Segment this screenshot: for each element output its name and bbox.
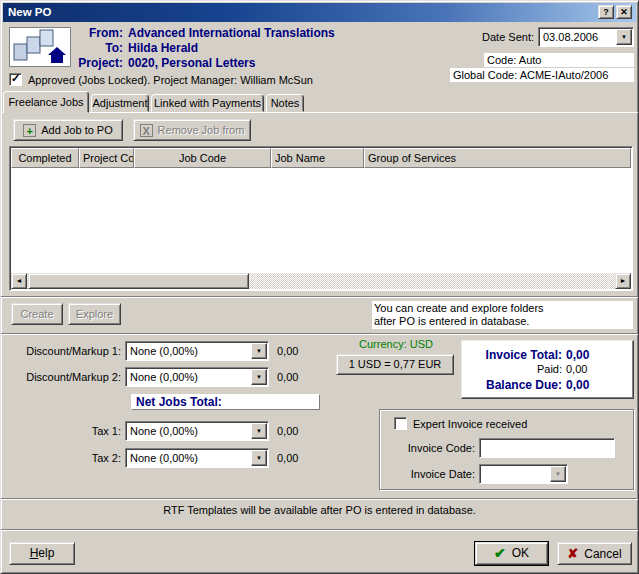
remove-job-button[interactable]: XRemove Job from PO	[133, 119, 251, 141]
jobs-list-body[interactable]	[11, 168, 631, 273]
jobs-list[interactable]: Completed Project Code Job Code Job Name…	[9, 146, 633, 291]
help-label: elp	[38, 546, 54, 560]
date-sent-combobox[interactable]: 03.08.2006 ▼	[538, 27, 634, 47]
tab-pane-border	[1, 112, 638, 113]
tab-adjustment[interactable]: Adjustment	[91, 94, 149, 112]
from-row: From:Advanced International Translations	[71, 26, 401, 41]
invoice-code-input[interactable]	[479, 438, 615, 458]
to-value: Hilda Herald	[128, 41, 198, 55]
discount-markup-1-label: Discount/Markup 1:	[1, 345, 121, 357]
from-value: Advanced International Translations	[128, 26, 335, 40]
discount-markup-2-amount: 0,00	[277, 371, 298, 383]
project-row: Project:0020, Personal Letters	[71, 56, 401, 71]
jobs-list-header: Completed Project Code Job Code Job Name…	[11, 148, 631, 168]
discount-markup-2-label: Discount/Markup 2:	[1, 371, 121, 383]
scroll-left-icon[interactable]: ◄	[11, 273, 27, 289]
close-button[interactable]: ✕	[616, 5, 632, 19]
remove-x-icon: X	[140, 124, 153, 137]
invoice-date-combobox[interactable]: ▼	[479, 464, 568, 484]
currency-label: Currency: USD	[336, 338, 456, 350]
column-header-project-code[interactable]: Project Code	[79, 148, 134, 168]
to-label: To:	[71, 41, 123, 56]
discount-markup-2-value: None (0,00%)	[130, 370, 198, 384]
window-title: New PO	[8, 6, 51, 18]
expert-invoice-checkbox[interactable]	[394, 417, 407, 430]
scrollbar-thumb[interactable]	[28, 273, 249, 289]
invoice-date-label: Invoice Date:	[380, 468, 475, 480]
column-header-completed[interactable]: Completed	[11, 148, 79, 168]
tax-2-combobox[interactable]: None (0,00%) ▼	[125, 448, 269, 468]
home-icon	[48, 47, 66, 63]
separator	[1, 333, 638, 335]
chevron-down-icon[interactable]: ▼	[251, 423, 267, 439]
tax-1-label: Tax 1:	[1, 425, 121, 437]
chevron-down-icon[interactable]: ▼	[251, 369, 267, 385]
tab-notes[interactable]: Notes	[266, 94, 304, 112]
rtf-templates-note: RTF Templates will be available after PO…	[1, 504, 638, 516]
invoice-total-row: Invoice Total:0,00	[462, 348, 633, 363]
invoice-summary-panel: Invoice Total:0,00 Paid:0,00 Balance Due…	[461, 340, 634, 399]
cancel-label: Cancel	[584, 547, 621, 561]
balance-due-value: 0,00	[566, 378, 589, 392]
explore-folder-button[interactable]: Explore	[68, 303, 121, 325]
invoice-code-label: Invoice Code:	[380, 442, 475, 454]
approved-label: Approved (Jobs Locked). Project Manager:…	[28, 74, 313, 86]
project-label: Project:	[71, 56, 123, 71]
discount-markup-1-value: None (0,00%)	[130, 344, 198, 358]
approved-checkbox[interactable]: ✓	[9, 73, 22, 86]
net-jobs-total-label: Net Jobs Total:	[131, 394, 319, 409]
paid-row: Paid:0,00	[462, 363, 633, 378]
date-sent-value: 03.08.2006	[543, 30, 598, 44]
cancel-button[interactable]: ✘Cancel	[557, 542, 632, 565]
balance-due-row: Balance Due:0,00	[462, 378, 633, 393]
add-job-label: Add Job to PO	[41, 124, 113, 136]
exchange-rate-button[interactable]: 1 USD = 0,77 EUR	[336, 354, 454, 375]
expert-invoice-label: Expert Invoice received	[413, 418, 527, 430]
discount-markup-2-combobox[interactable]: None (0,00%) ▼	[125, 367, 269, 387]
help-button[interactable]: Help	[9, 542, 75, 565]
paid-label: Paid:	[462, 363, 562, 375]
tab-linked-with-payments[interactable]: Linked with Payments	[151, 94, 264, 112]
tax-1-amount: 0,00	[277, 425, 298, 437]
help-titlebar-button[interactable]: ?	[598, 5, 614, 19]
column-header-job-code[interactable]: Job Code	[134, 148, 271, 168]
folders-note-line2: after PO is entered in database.	[374, 315, 633, 328]
tax-2-value: None (0,00%)	[130, 451, 198, 465]
create-folder-button[interactable]: Create	[11, 303, 63, 325]
column-header-job-name[interactable]: Job Name	[271, 148, 364, 168]
check-icon: ✓	[11, 72, 20, 85]
tab-freelance-jobs[interactable]: Freelance Jobs	[3, 91, 89, 113]
tax-1-combobox[interactable]: None (0,00%) ▼	[125, 421, 269, 441]
expert-invoice-group: Expert Invoice received Invoice Code: In…	[379, 409, 634, 490]
discount-markup-1-combobox[interactable]: None (0,00%) ▼	[125, 341, 269, 361]
tax-1-value: None (0,00%)	[130, 424, 198, 438]
chevron-down-icon[interactable]: ▼	[251, 450, 267, 466]
tax-2-amount: 0,00	[277, 452, 298, 464]
balance-due-label: Balance Due:	[462, 378, 562, 392]
separator	[1, 296, 638, 298]
separator	[1, 529, 638, 531]
ok-button[interactable]: ✔OK	[475, 542, 548, 565]
code-field: Code: Auto	[484, 53, 634, 67]
ok-label: OK	[512, 546, 529, 560]
add-job-button[interactable]: +Add Job to PO	[13, 119, 123, 141]
po-documents-icon	[9, 27, 71, 67]
paid-value: 0,00	[566, 363, 587, 375]
chevron-down-icon[interactable]: ▼	[550, 466, 566, 482]
tax-2-label: Tax 2:	[1, 452, 121, 464]
from-label: From:	[71, 26, 123, 41]
discount-markup-1-amount: 0,00	[277, 345, 298, 357]
create-label: Create	[20, 308, 53, 320]
horizontal-scrollbar[interactable]: ◄ ►	[11, 273, 631, 289]
project-value: 0020, Personal Letters	[128, 56, 255, 70]
titlebar[interactable]: New PO ? ✕	[3, 3, 636, 22]
invoice-total-label: Invoice Total:	[462, 348, 562, 362]
scroll-right-icon[interactable]: ►	[615, 273, 631, 289]
invoice-total-value: 0,00	[566, 348, 589, 362]
new-po-dialog: New PO ? ✕ From:Advanced International T…	[0, 0, 639, 574]
global-code-field: Global Code: ACME-IAuto/2006	[450, 68, 634, 82]
column-header-group-of-services[interactable]: Group of Services	[364, 148, 631, 168]
po-header-info: From:Advanced International Translations…	[71, 26, 401, 71]
chevron-down-icon[interactable]: ▼	[616, 29, 632, 45]
chevron-down-icon[interactable]: ▼	[251, 343, 267, 359]
